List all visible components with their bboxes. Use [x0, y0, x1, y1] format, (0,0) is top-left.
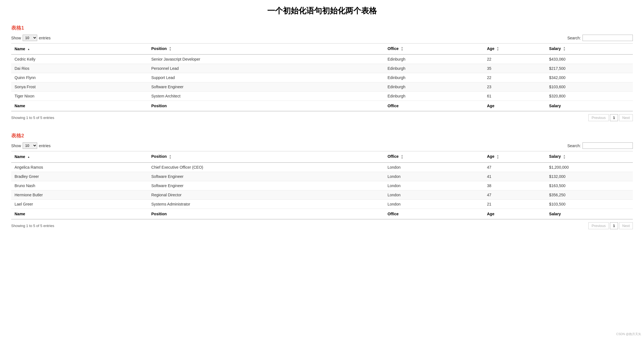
table2-page-1-button[interactable]: 1 — [610, 222, 618, 229]
cell-age: 35 — [484, 64, 546, 73]
cell-age: 22 — [484, 54, 546, 64]
cell-office: Edinburgh — [384, 92, 484, 101]
table1-col-position[interactable]: Position ▲▼ — [148, 44, 384, 55]
cell-salary: $320,800 — [546, 92, 633, 101]
table2-search-label: Search: — [567, 144, 581, 148]
cell-name: Cedric Kelly — [11, 54, 148, 64]
table1-pagination: Previous 1 Next — [588, 114, 633, 121]
t2-name-sort-icon: ▲ — [27, 156, 30, 158]
cell-name: Tiger Nixon — [11, 92, 148, 101]
table2-show-label: Show — [11, 144, 21, 148]
cell-age: 47 — [484, 190, 546, 199]
table-row: Dai RiosPersonnel LeadEdinburgh35$217,50… — [11, 64, 633, 73]
table1-col-age[interactable]: Age ▲▼ — [484, 44, 546, 55]
table2-col-position[interactable]: Position ▲▼ — [148, 151, 384, 163]
page-title: 一个初始化语句初始化两个表格 — [11, 6, 633, 16]
table2-col-office[interactable]: Office ▲▼ — [384, 151, 484, 163]
table2-footer-name: Name — [11, 209, 148, 219]
t2-position-sort-icon: ▲▼ — [169, 154, 171, 159]
table1-showing-info: Showing 1 to 5 of 5 entries — [11, 116, 54, 120]
table1-entries-select[interactable]: 10 25 50 100 — [23, 35, 37, 41]
table1-col-office[interactable]: Office ▲▼ — [384, 44, 484, 55]
table1-show-label: Show — [11, 36, 21, 40]
cell-salary: $103,500 — [546, 199, 633, 209]
cell-salary: $342,000 — [546, 73, 633, 82]
table2-col-age[interactable]: Age ▲▼ — [484, 151, 546, 163]
cell-age: 47 — [484, 163, 546, 172]
cell-name: Bradley Greer — [11, 172, 148, 181]
table1: Name ▲ Position ▲▼ Office ▲▼ Age ▲▼ Sala… — [11, 43, 633, 111]
table2-next-button[interactable]: Next — [619, 222, 633, 229]
cell-position: Regional Director — [148, 190, 384, 199]
table1-prev-button[interactable]: Previous — [588, 114, 609, 121]
table1-footer-name: Name — [11, 101, 148, 111]
table1-next-button[interactable]: Next — [619, 114, 633, 121]
cell-age: 41 — [484, 172, 546, 181]
cell-name: Dai Rios — [11, 64, 148, 73]
table1-entries-label: entries — [39, 36, 51, 40]
table2-search-input[interactable] — [583, 142, 633, 149]
table1-section: 表格1 Show 10 25 50 100 entries Search: Na… — [11, 25, 633, 121]
cell-office: Edinburgh — [384, 82, 484, 92]
table1-footer-row: Name Position Office Age Salary — [11, 101, 633, 111]
table1-show-entries: Show 10 25 50 100 entries — [11, 35, 51, 41]
cell-name: Sonya Frost — [11, 82, 148, 92]
cell-position: Senior Javascript Developer — [148, 54, 384, 64]
table2-show-entries: Show 10 25 50 100 entries — [11, 142, 51, 149]
cell-name: Quinn Flynn — [11, 73, 148, 82]
cell-age: 21 — [484, 199, 546, 209]
table1-search-label: Search: — [567, 36, 581, 40]
table2-bottom-controls: Showing 1 to 5 of 5 entries Previous 1 N… — [11, 222, 633, 229]
table2-showing-info: Showing 1 to 5 of 5 entries — [11, 224, 54, 228]
cell-salary: $356,250 — [546, 190, 633, 199]
cell-age: 22 — [484, 73, 546, 82]
cell-office: London — [384, 181, 484, 190]
table2-col-salary[interactable]: Salary ▲▼ — [546, 151, 633, 163]
table2-pagination: Previous 1 Next — [588, 222, 633, 229]
table2: Name ▲ Position ▲▼ Office ▲▼ Age ▲▼ Sala… — [11, 151, 633, 219]
table1-col-salary[interactable]: Salary ▲▼ — [546, 44, 633, 55]
table1-header-row: Name ▲ Position ▲▼ Office ▲▼ Age ▲▼ Sala… — [11, 44, 633, 55]
table1-page-1-button[interactable]: 1 — [610, 114, 618, 121]
cell-office: Edinburgh — [384, 54, 484, 64]
cell-salary: $132,000 — [546, 172, 633, 181]
table1-footer-position: Position — [148, 101, 384, 111]
table1-search-input[interactable] — [583, 35, 633, 41]
cell-salary: $163,500 — [546, 181, 633, 190]
cell-office: London — [384, 172, 484, 181]
table-row: Lael GreerSystems AdministratorLondon21$… — [11, 199, 633, 209]
t2-office-sort-icon: ▲▼ — [401, 154, 403, 159]
cell-age: 23 — [484, 82, 546, 92]
cell-position: Systems Administrator — [148, 199, 384, 209]
table1-search-box: Search: — [567, 35, 633, 41]
table1-footer-age: Age — [484, 101, 546, 111]
table-row: Bruno NashSoftware EngineerLondon38$163,… — [11, 181, 633, 190]
table2-entries-label: entries — [39, 144, 51, 148]
cell-name: Angelica Ramos — [11, 163, 148, 172]
age-sort-icon: ▲▼ — [497, 46, 499, 51]
table1-col-name[interactable]: Name ▲ — [11, 44, 148, 55]
table2-prev-button[interactable]: Previous — [588, 222, 609, 229]
table2-body: Angelica RamosChief Executive Officer (C… — [11, 163, 633, 209]
table2-entries-select[interactable]: 10 25 50 100 — [23, 142, 37, 149]
cell-name: Lael Greer — [11, 199, 148, 209]
table2-col-name[interactable]: Name ▲ — [11, 151, 148, 163]
table1-title: 表格1 — [11, 25, 633, 31]
table2-section: 表格2 Show 10 25 50 100 entries Search: Na… — [11, 132, 633, 229]
t2-salary-sort-icon: ▲▼ — [563, 154, 566, 159]
office-sort-icon: ▲▼ — [401, 46, 403, 51]
table1-body: Cedric KellySenior Javascript DeveloperE… — [11, 54, 633, 101]
table1-bottom-controls: Showing 1 to 5 of 5 entries Previous 1 N… — [11, 114, 633, 121]
cell-age: 38 — [484, 181, 546, 190]
cell-position: Software Engineer — [148, 172, 384, 181]
table-row: Sonya FrostSoftware EngineerEdinburgh23$… — [11, 82, 633, 92]
cell-office: Edinburgh — [384, 73, 484, 82]
table-row: Angelica RamosChief Executive Officer (C… — [11, 163, 633, 172]
table2-top-controls: Show 10 25 50 100 entries Search: — [11, 142, 633, 149]
cell-position: Software Engineer — [148, 181, 384, 190]
cell-position: System Architect — [148, 92, 384, 101]
table-row: Cedric KellySenior Javascript DeveloperE… — [11, 54, 633, 64]
table1-footer-office: Office — [384, 101, 484, 111]
table2-footer-salary: Salary — [546, 209, 633, 219]
cell-salary: $217,500 — [546, 64, 633, 73]
